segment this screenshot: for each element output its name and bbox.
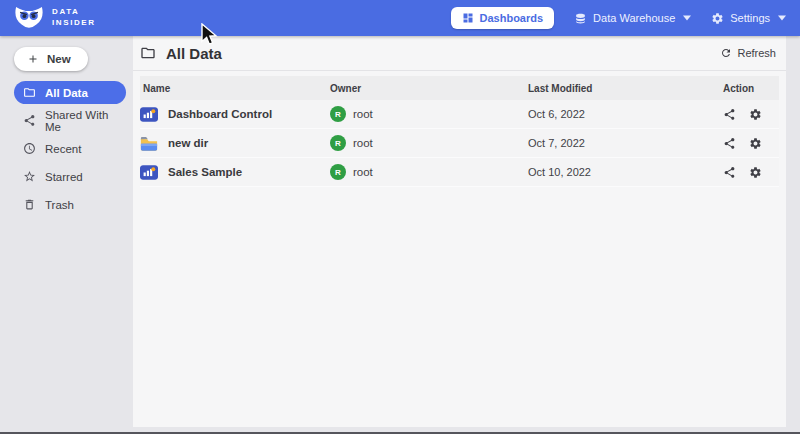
dashboard-icon (462, 12, 474, 24)
sidebar-item-shared-with-me[interactable]: Shared With Me (14, 109, 126, 132)
column-header-last-modified: Last Modified (528, 83, 715, 94)
clock-icon (23, 142, 36, 155)
share-icon (723, 166, 736, 179)
table-row[interactable]: Sales Sample R root Oct 10, 2022 (140, 158, 779, 187)
page-header: All Data Refresh (133, 36, 786, 71)
settings-menu[interactable]: Settings (711, 12, 786, 25)
refresh-button[interactable]: Refresh (720, 47, 776, 59)
plus-icon (27, 53, 39, 65)
database-icon (574, 12, 587, 25)
file-name-cell: Dashboard Control (140, 107, 330, 122)
action-cell (715, 137, 779, 150)
gear-icon (749, 108, 762, 121)
page-title: All Data (166, 45, 222, 62)
last-modified-cell: Oct 7, 2022 (528, 137, 715, 149)
gear-icon (711, 12, 724, 25)
top-header: DATA INSIDER Dashboards Data Warehouse S… (0, 0, 800, 36)
last-modified-cell: Oct 6, 2022 (528, 108, 715, 120)
share-icon (723, 108, 736, 121)
file-name-cell: new dir (140, 136, 330, 151)
chevron-down-icon (683, 15, 691, 21)
table-row[interactable]: Dashboard Control R root Oct 6, 2022 (140, 100, 779, 129)
chevron-down-icon (778, 15, 786, 21)
owner-avatar: R (330, 135, 346, 151)
top-navigation: Dashboards Data Warehouse Settings (451, 7, 786, 29)
main-content: All Data Refresh Name Owner Last Modifie… (133, 36, 786, 427)
dashboard-file-icon (140, 107, 158, 122)
owner-avatar: R (330, 106, 346, 122)
refresh-icon (720, 47, 732, 59)
share-icon (23, 114, 36, 127)
folder-icon (140, 45, 156, 61)
folder-icon (23, 86, 36, 99)
file-name-cell: Sales Sample (140, 165, 330, 180)
brand-name: DATA INSIDER (52, 7, 96, 29)
new-button[interactable]: New (14, 47, 88, 71)
column-header-owner: Owner (330, 83, 528, 94)
sidebar: New All Data Shared With Me Recent Starr… (0, 36, 133, 432)
dashboards-button[interactable]: Dashboards (451, 7, 555, 29)
star-icon (23, 170, 36, 183)
table-row[interactable]: new dir R root Oct 7, 2022 (140, 129, 779, 158)
share-icon (723, 137, 736, 150)
table-header-row: Name Owner Last Modified Action (140, 76, 779, 100)
dashboard-file-icon (140, 165, 158, 180)
column-header-name: Name (140, 83, 330, 94)
action-cell (715, 108, 779, 121)
trash-icon (23, 198, 36, 211)
owner-cell: R root (330, 106, 528, 122)
sidebar-nav: All Data Shared With Me Recent Starred T… (0, 81, 133, 216)
owner-cell: R root (330, 135, 528, 151)
gear-icon (749, 166, 762, 179)
column-header-action: Action (715, 83, 779, 94)
app-window: { "brand": { "line1": "DATA", "line2": "… (0, 0, 800, 434)
owner-cell: R root (330, 164, 528, 180)
row-settings-button[interactable] (749, 166, 762, 179)
share-button[interactable] (723, 166, 736, 179)
last-modified-cell: Oct 10, 2022 (528, 166, 715, 178)
sidebar-item-recent[interactable]: Recent (14, 137, 126, 160)
sidebar-item-all-data[interactable]: All Data (14, 81, 126, 104)
share-button[interactable] (723, 108, 736, 121)
sidebar-item-starred[interactable]: Starred (14, 165, 126, 188)
owl-logo-icon (14, 6, 44, 30)
row-settings-button[interactable] (749, 108, 762, 121)
share-button[interactable] (723, 137, 736, 150)
action-cell (715, 166, 779, 179)
row-settings-button[interactable] (749, 137, 762, 150)
files-table: Name Owner Last Modified Action Dashboar… (140, 76, 779, 187)
data-warehouse-menu[interactable]: Data Warehouse (574, 12, 691, 25)
gear-icon (749, 137, 762, 150)
folder-file-icon (140, 136, 158, 151)
owner-avatar: R (330, 164, 346, 180)
sidebar-item-trash[interactable]: Trash (14, 193, 126, 216)
